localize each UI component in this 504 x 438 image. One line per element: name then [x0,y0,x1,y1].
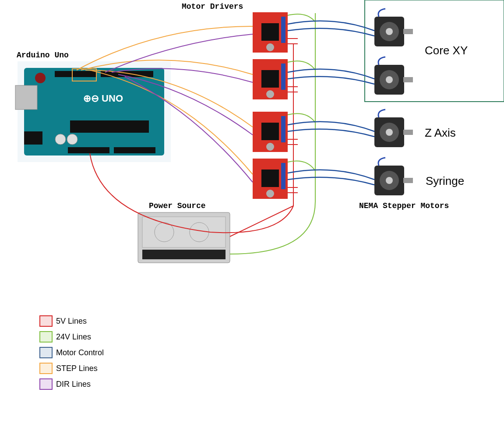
driver-4 [253,159,288,199]
legend-label: Motor Control [56,348,104,357]
svg-rect-41 [403,130,413,135]
svg-rect-21 [281,64,285,90]
svg-point-40 [386,129,393,136]
svg-point-11 [55,134,66,145]
arduino-uno: ⊕⊖ UNO [15,61,171,162]
svg-rect-19 [261,70,279,88]
svg-text:⊕⊖ UNO: ⊕⊖ UNO [83,93,123,104]
svg-rect-29 [281,163,285,189]
legend-row: 24V Lines [39,331,104,343]
svg-point-4 [35,73,46,83]
svg-point-28 [266,190,274,198]
svg-rect-8 [114,147,155,153]
svg-point-12 [67,134,78,145]
svg-rect-15 [261,23,279,41]
legend-swatch [39,378,53,390]
motor-syringe [374,158,413,195]
legend-label: 24V Lines [56,332,91,342]
svg-rect-7 [68,147,109,153]
svg-rect-17 [281,17,285,43]
svg-point-44 [386,177,393,184]
svg-rect-37 [403,77,413,82]
power-label: Power Source [149,201,206,210]
legend-row: Motor Control [39,347,104,358]
svg-point-20 [266,90,274,98]
svg-rect-25 [281,116,285,142]
legend-swatch [39,315,53,327]
zaxis-label: Z Axis [425,126,456,140]
legend-row: STEP Lines [39,363,104,374]
svg-rect-27 [261,170,279,187]
legend-label: STEP Lines [56,364,98,373]
svg-rect-5 [55,71,96,77]
legend-label: 5V Lines [56,317,87,326]
nema-label: NEMA Stepper Motors [359,201,449,210]
arduino-label: Arduino Uno [17,51,69,60]
svg-rect-2 [15,85,37,110]
svg-point-32 [386,28,393,35]
driver-3 [253,112,288,152]
motor-drivers [253,12,288,199]
power-supply [138,212,230,263]
motor-z [374,110,413,147]
svg-point-16 [266,43,274,51]
legend-label: DIR Lines [56,380,91,389]
svg-rect-3 [24,131,42,145]
wires-motor [288,21,374,185]
driver-2 [253,59,288,99]
svg-rect-9 [70,120,149,133]
svg-point-36 [386,76,393,83]
motor-corexy-1 [374,9,413,46]
drivers-label: Motor Drivers [182,2,243,11]
legend-row: DIR Lines [39,378,104,390]
svg-rect-45 [403,178,413,183]
driver-1 [253,12,288,53]
svg-rect-23 [261,123,279,140]
svg-point-24 [266,143,274,151]
legend-row: 5V Lines [39,315,104,327]
syringe-label: Syringe [426,174,464,188]
corexy-label: Core XY [425,44,468,57]
motor-corexy-2 [374,57,413,95]
legend-swatch [39,331,53,343]
svg-rect-50 [142,250,226,259]
svg-rect-33 [403,29,413,34]
legend-swatch [39,363,53,374]
legend: 5V Lines24V LinesMotor ControlSTEP Lines… [39,315,104,394]
legend-swatch [39,347,53,358]
